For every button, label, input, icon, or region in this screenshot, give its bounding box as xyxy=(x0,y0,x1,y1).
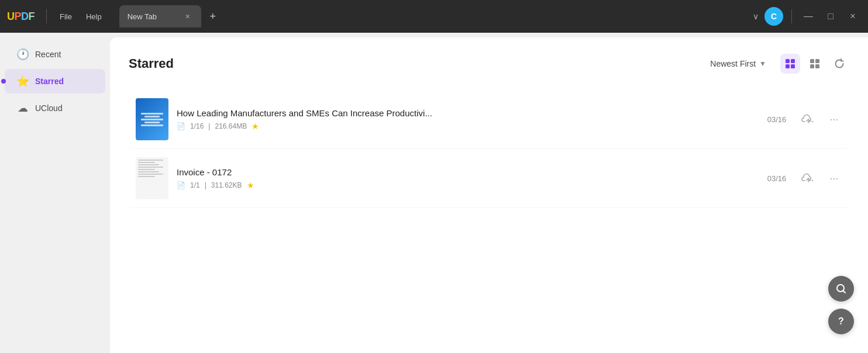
menu-bar: File Help xyxy=(54,10,108,23)
menu-help[interactable]: Help xyxy=(80,10,108,23)
view-grid-button[interactable] xyxy=(805,54,825,74)
file-info: Invoice - 0172 📄 1/1 | 311.62KB ★ xyxy=(177,167,755,190)
tabs-chevron-icon[interactable]: ∨ xyxy=(753,12,759,21)
file-thumbnail xyxy=(136,98,168,140)
view-controls xyxy=(780,54,849,74)
titlebar: UPDF File Help New Tab × + ∨ C — □ × xyxy=(0,0,868,33)
cloud-upload-icon[interactable] xyxy=(799,112,818,127)
sidebar: 🕐 Recent ⭐ Starred ☁ UCloud xyxy=(0,33,110,353)
sidebar-item-starred[interactable]: ⭐ Starred xyxy=(5,69,105,94)
fab-area: ? xyxy=(828,276,854,334)
file-pages: 1/16 xyxy=(190,122,204,130)
sidebar-label-starred: Starred xyxy=(35,77,64,86)
main-layout: 🕐 Recent ⭐ Starred ☁ UCloud Starred Newe… xyxy=(0,33,868,353)
star-badge[interactable]: ★ xyxy=(247,181,254,190)
sidebar-label-recent: Recent xyxy=(35,50,61,59)
sort-arrow-icon: ▼ xyxy=(759,60,766,68)
star-icon: ⭐ xyxy=(16,75,29,88)
file-thumbnail xyxy=(136,157,168,199)
meta-separator: | xyxy=(208,122,210,130)
svg-rect-0 xyxy=(786,59,790,63)
page-icon: 📄 xyxy=(177,122,185,130)
star-badge[interactable]: ★ xyxy=(252,122,259,131)
page-icon: 📄 xyxy=(177,181,185,189)
help-icon: ? xyxy=(838,316,844,327)
sidebar-label-ucloud: UCloud xyxy=(35,103,63,113)
table-row[interactable]: How Leading Manufacturers and SMEs Can I… xyxy=(129,90,849,149)
active-tab[interactable]: New Tab × xyxy=(119,5,201,27)
file-pages: 1/1 xyxy=(190,181,200,189)
file-list: How Leading Manufacturers and SMEs Can I… xyxy=(129,90,849,208)
titlebar-divider xyxy=(46,9,47,23)
file-meta: 📄 1/16 | 216.64MB ★ xyxy=(177,122,755,131)
content-area: Starred Newest First ▼ xyxy=(110,37,868,353)
file-info: How Leading Manufacturers and SMEs Can I… xyxy=(177,108,755,131)
file-date: 03/16 xyxy=(763,115,791,124)
page-title: Starred xyxy=(129,56,174,71)
sidebar-item-ucloud[interactable]: ☁ UCloud xyxy=(5,96,105,120)
svg-rect-2 xyxy=(786,64,790,68)
svg-rect-1 xyxy=(791,59,795,63)
file-meta: 📄 1/1 | 311.62KB ★ xyxy=(177,181,755,190)
file-date: 03/16 xyxy=(763,174,791,183)
svg-rect-4 xyxy=(810,59,814,63)
view-grid-compact-button[interactable] xyxy=(780,54,800,74)
file-name: Invoice - 0172 xyxy=(177,167,755,177)
tab-label: New Tab xyxy=(128,12,157,21)
tabs-area: New Tab × + xyxy=(119,0,748,33)
refresh-button[interactable] xyxy=(829,54,849,74)
minimize-button[interactable]: — xyxy=(800,8,817,25)
sidebar-item-recent[interactable]: 🕐 Recent xyxy=(5,42,105,67)
user-avatar[interactable]: C xyxy=(764,7,783,26)
active-indicator xyxy=(1,79,6,84)
svg-rect-6 xyxy=(810,64,814,68)
file-name: How Leading Manufacturers and SMEs Can I… xyxy=(177,108,755,118)
sort-label: Newest First xyxy=(710,59,756,68)
new-tab-button[interactable]: + xyxy=(205,8,221,25)
cloud-icon: ☁ xyxy=(16,102,29,115)
file-more-button[interactable]: ··· xyxy=(826,113,842,126)
svg-rect-7 xyxy=(815,64,819,68)
titlebar-right-controls: ∨ C — □ × xyxy=(753,7,861,26)
app-logo: UPDF xyxy=(7,11,35,23)
search-fab-button[interactable] xyxy=(828,276,854,302)
svg-line-9 xyxy=(843,291,846,293)
menu-file[interactable]: File xyxy=(54,10,78,23)
tab-close-button[interactable]: × xyxy=(182,11,193,22)
meta-separator: | xyxy=(205,181,206,189)
maximize-button[interactable]: □ xyxy=(822,8,839,25)
content-header: Starred Newest First ▼ xyxy=(129,54,849,74)
cloud-upload-icon[interactable] xyxy=(799,171,818,186)
table-row[interactable]: Invoice - 0172 📄 1/1 | 311.62KB ★ 03/16 xyxy=(129,149,849,208)
file-size: 216.64MB xyxy=(215,122,247,130)
file-size: 311.62KB xyxy=(211,181,242,189)
close-button[interactable]: × xyxy=(845,8,861,25)
svg-rect-3 xyxy=(791,64,795,68)
header-controls: Newest First ▼ xyxy=(705,54,849,74)
svg-rect-5 xyxy=(815,59,819,63)
clock-icon: 🕐 xyxy=(16,48,29,61)
sort-dropdown[interactable]: Newest First ▼ xyxy=(705,57,771,71)
win-divider xyxy=(791,9,792,23)
file-more-button[interactable]: ··· xyxy=(826,172,842,185)
help-fab-button[interactable]: ? xyxy=(828,309,854,334)
